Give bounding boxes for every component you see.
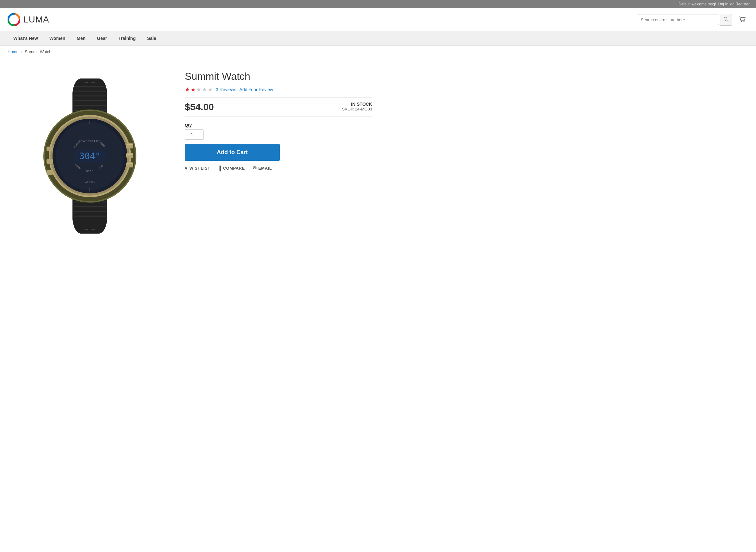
breadcrumb-separator: › bbox=[21, 50, 22, 54]
breadcrumb: Home › Summit Watch bbox=[0, 45, 756, 58]
breadcrumb-current: Summit Watch bbox=[25, 49, 51, 54]
stock-status: IN STOCK bbox=[342, 102, 372, 107]
product-info: Summit Watch ★ ★ ★ ★ ★ 3 Reviews Add You… bbox=[185, 64, 372, 248]
svg-line-2 bbox=[727, 20, 729, 21]
rating-area: ★ ★ ★ ★ ★ 3 Reviews Add Your Review bbox=[185, 86, 372, 93]
email-label: EMAIL bbox=[258, 166, 272, 171]
star-4: ★ bbox=[202, 86, 207, 93]
compare-label: COMPARE bbox=[223, 166, 245, 171]
email-link[interactable]: ✉ EMAIL bbox=[253, 165, 272, 171]
search-icon bbox=[723, 17, 729, 22]
wishlist-link[interactable]: ♥ WISHLIST bbox=[185, 165, 210, 171]
svg-rect-46 bbox=[127, 144, 133, 145]
sku-info: SKU#: 24-MG03 bbox=[342, 107, 372, 111]
add-review-link[interactable]: Add Your Review bbox=[240, 87, 273, 92]
sku-value: 24-MG03 bbox=[355, 107, 372, 111]
qty-section: Qty bbox=[185, 123, 372, 140]
qty-label: Qty bbox=[185, 123, 372, 128]
logo-text: LUMA bbox=[23, 15, 49, 25]
header: LUMA bbox=[0, 8, 756, 31]
nav-item-women[interactable]: Women bbox=[44, 31, 71, 45]
cart-button[interactable] bbox=[737, 14, 748, 26]
svg-rect-20 bbox=[92, 229, 95, 230]
search-input[interactable] bbox=[637, 15, 719, 25]
svg-text:304°: 304° bbox=[79, 151, 100, 161]
svg-text:START/STOP: START/STOP bbox=[79, 140, 101, 142]
welcome-message: Default welcome msg! bbox=[678, 2, 716, 6]
luma-logo-icon bbox=[8, 13, 20, 26]
cart-icon bbox=[738, 15, 747, 24]
main-nav: What's New Women Men Gear Training Sale bbox=[0, 31, 756, 45]
search-button[interactable] bbox=[720, 14, 732, 26]
login-link[interactable]: Log In bbox=[718, 2, 728, 6]
watch-illustration: 304° START/STOP STOP ALARM MODE NORM LAP… bbox=[23, 74, 156, 238]
star-5: ★ bbox=[207, 86, 213, 93]
add-to-cart-button[interactable]: Add to Cart bbox=[185, 144, 280, 161]
svg-rect-48 bbox=[127, 163, 133, 164]
qty-input[interactable] bbox=[185, 129, 204, 140]
svg-rect-44 bbox=[46, 159, 53, 164]
product-image: 304° START/STOP STOP ALARM MODE NORM LAP… bbox=[14, 64, 166, 248]
register-link[interactable]: Register bbox=[735, 2, 750, 6]
svg-rect-47 bbox=[127, 153, 133, 155]
product-image-area: 304° START/STOP STOP ALARM MODE NORM LAP… bbox=[8, 64, 172, 248]
compare-link[interactable]: ▐ COMPARE bbox=[218, 165, 245, 171]
heart-icon: ♥ bbox=[185, 165, 188, 171]
search-area bbox=[637, 14, 748, 26]
svg-text:WR 100m: WR 100m bbox=[85, 181, 95, 183]
wishlist-label: WISHLIST bbox=[189, 166, 210, 171]
nav-item-sale[interactable]: Sale bbox=[141, 31, 162, 45]
product-actions: ♥ WISHLIST ▐ COMPARE ✉ EMAIL bbox=[185, 165, 372, 171]
reviews-link[interactable]: 3 Reviews bbox=[216, 87, 237, 92]
stock-info: IN STOCK SKU#: 24-MG03 bbox=[342, 102, 372, 111]
qty-divider bbox=[185, 116, 372, 117]
or-text: or bbox=[730, 2, 734, 6]
compare-icon: ▐ bbox=[218, 165, 221, 171]
star-rating: ★ ★ ★ ★ ★ bbox=[185, 86, 213, 93]
star-1: ★ bbox=[185, 86, 190, 93]
svg-rect-43 bbox=[46, 147, 53, 151]
product-page: 304° START/STOP STOP ALARM MODE NORM LAP… bbox=[0, 58, 380, 261]
price-row: $54.00 IN STOCK SKU#: 24-MG03 bbox=[185, 102, 372, 112]
svg-rect-12 bbox=[92, 82, 95, 83]
svg-rect-19 bbox=[85, 229, 88, 230]
top-bar: Default welcome msg! Log In or Register bbox=[0, 0, 756, 8]
star-3: ★ bbox=[196, 86, 201, 93]
product-price: $54.00 bbox=[185, 102, 214, 112]
sku-label: SKU#: bbox=[342, 107, 354, 111]
star-2: ★ bbox=[190, 86, 195, 93]
email-icon: ✉ bbox=[253, 165, 257, 171]
logo-area[interactable]: LUMA bbox=[8, 13, 49, 26]
svg-point-4 bbox=[744, 21, 745, 22]
nav-item-gear[interactable]: Gear bbox=[91, 31, 113, 45]
svg-point-3 bbox=[741, 21, 742, 22]
nav-item-whats-new[interactable]: What's New bbox=[8, 31, 44, 45]
svg-rect-45 bbox=[46, 170, 53, 175]
nav-item-men[interactable]: Men bbox=[71, 31, 91, 45]
breadcrumb-home[interactable]: Home bbox=[8, 49, 19, 54]
product-title: Summit Watch bbox=[185, 71, 372, 82]
svg-text:STOP: STOP bbox=[87, 170, 94, 172]
svg-rect-11 bbox=[85, 82, 88, 83]
nav-item-training[interactable]: Training bbox=[113, 31, 141, 45]
price-divider bbox=[185, 98, 372, 98]
